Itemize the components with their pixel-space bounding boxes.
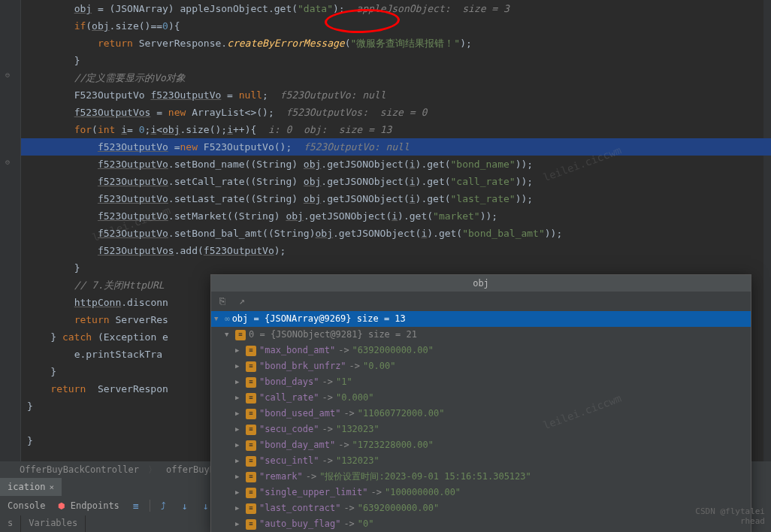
expand-icon[interactable] xyxy=(214,312,225,326)
tree-node[interactable]: ≡"auto_buy_flag"->"0" xyxy=(211,516,751,532)
field-icon: ≡ xyxy=(246,393,256,404)
nav-icon[interactable]: ↗ xyxy=(235,294,249,307)
tree-node[interactable]: ≡"bond_brk_unfrz"->"0.00" xyxy=(211,358,751,374)
code-line: for(int i= 0;i<obj.size();i++){ i: 0 obj… xyxy=(21,121,771,138)
code-line: f523OutputVo.setMarket((String) obj.getJ… xyxy=(21,207,771,225)
subtab[interactable]: s xyxy=(0,515,21,532)
field-icon: ≡ xyxy=(246,361,256,372)
debug-popup[interactable]: obj ⎘ ↗ ∞ obj = {JSONArray@9269} size = … xyxy=(210,274,751,532)
field-icon: ≡ xyxy=(246,409,256,419)
breadcrumb-separator: 〉 xyxy=(144,464,162,476)
tree-node[interactable]: ≡"bond_day_amt"->"1723228000.00" xyxy=(211,437,751,453)
field-icon: ≡ xyxy=(246,440,256,451)
console-tab[interactable]: Console xyxy=(5,500,49,511)
field-icon: ≡ xyxy=(246,472,256,482)
field-icon: ≡ xyxy=(246,377,256,388)
tree-node[interactable]: ≡"bond_days"->"1" xyxy=(211,374,751,390)
field-icon: ≡ xyxy=(246,456,256,467)
code-line-current: f523OutputVo =new F523OutputVo(); f523Ou… xyxy=(21,138,771,156)
code-line: } xyxy=(21,52,771,69)
expand-icon[interactable] xyxy=(235,438,246,452)
code-line: f523OutputVos.add(f523OutputVo); xyxy=(21,242,771,259)
filter-icon[interactable]: ≡ xyxy=(128,498,144,513)
code-line: if(obj.size()==0){ xyxy=(21,17,771,35)
expand-icon[interactable] xyxy=(235,501,246,515)
step-icon[interactable]: ⤴ xyxy=(156,498,171,513)
expand-icon[interactable] xyxy=(235,470,246,484)
expand-icon[interactable] xyxy=(235,407,246,421)
field-icon: ≡ xyxy=(246,488,256,498)
expand-icon[interactable] xyxy=(235,391,246,405)
code-line: f523OutputVo.setCall_rate((String) obj.g… xyxy=(21,173,771,190)
code-line: f523OutputVo.setBond_name((String) obj.g… xyxy=(21,156,771,173)
object-icon: ∞ xyxy=(225,312,230,326)
editor-gutter: ⊖ ⊖ xyxy=(0,0,21,532)
code-line: f523OutputVo.setLast_rate((String) obj.g… xyxy=(21,190,771,207)
variable-tree[interactable]: ∞ obj = {JSONArray@9269} size = 13 ≡ 0 =… xyxy=(211,310,751,532)
tree-node[interactable]: ≡ 0 = {JSONObject@9281} size = 21 xyxy=(211,327,751,343)
tree-node[interactable]: ≡"secu_code"->"132023" xyxy=(211,422,751,437)
popup-title: obj xyxy=(211,275,751,292)
expand-icon[interactable] xyxy=(225,328,235,342)
code-line: return ServerResponse.createByErrorMessa… xyxy=(21,35,771,52)
tree-node[interactable]: ≡"secu_intl"->"132023" xyxy=(211,453,751,469)
expand-icon[interactable] xyxy=(235,359,246,373)
tree-node[interactable]: ≡"max_bond_amt"->"6392000000.00" xyxy=(211,343,751,358)
field-icon: ≡ xyxy=(246,346,256,356)
code-line: F523OutputVo f523OutputVo = null; f523Ou… xyxy=(21,86,771,104)
popup-toolbar: ⎘ ↗ xyxy=(211,292,751,310)
tree-node[interactable]: ≡"last_contract"->"6392000000.00" xyxy=(211,500,751,516)
code-line: //定义需要显示的Vo对象 xyxy=(21,69,771,86)
endpoints-icon: ⬢ xyxy=(58,501,65,511)
close-icon[interactable]: × xyxy=(50,482,55,492)
breadcrumb-item[interactable]: OfferBuyBackController xyxy=(15,464,144,475)
tree-node[interactable]: ≡"bond_used_amt"->"11060772000.00" xyxy=(211,406,751,422)
field-icon: ≡ xyxy=(246,503,256,514)
code-line: f523OutputVo.setBond_bal_amt((String)obj… xyxy=(21,225,771,242)
tree-node-root[interactable]: ∞ obj = {JSONArray@9269} size = 13 xyxy=(211,311,751,327)
field-icon: ≡ xyxy=(235,330,246,340)
endpoints-tab[interactable]: ⬢ Endpoints xyxy=(55,500,122,511)
expand-icon[interactable] xyxy=(235,485,246,500)
copy-icon[interactable]: ⎘ xyxy=(216,294,229,307)
field-icon: ≡ xyxy=(246,519,256,530)
tab-application[interactable]: ication × xyxy=(0,478,62,496)
subtab-variables[interactable]: Variables xyxy=(21,515,86,532)
expand-icon[interactable] xyxy=(235,517,246,531)
code-line: obj = (JSONArray) appleJsonObject.get("d… xyxy=(21,0,771,17)
watermark-csdn: CSDN @flytalei rhead xyxy=(695,506,765,526)
tree-node[interactable]: ≡"single_upper_limit"->"100000000.00" xyxy=(211,485,751,500)
expand-icon[interactable] xyxy=(235,375,246,389)
expand-icon[interactable] xyxy=(235,454,246,468)
tree-node[interactable]: ≡"remark"->"报价设置时间:2023-09-01 15:16:51.3… xyxy=(211,469,751,485)
step-icon[interactable]: ↓ xyxy=(177,498,192,513)
expand-icon[interactable] xyxy=(235,422,246,437)
code-line: f523OutputVos = new ArrayList<>(); f523O… xyxy=(21,104,771,121)
field-icon: ≡ xyxy=(246,425,256,435)
expand-icon[interactable] xyxy=(235,343,246,358)
tree-node[interactable]: ≡"call_rate"->"0.000" xyxy=(211,390,751,406)
